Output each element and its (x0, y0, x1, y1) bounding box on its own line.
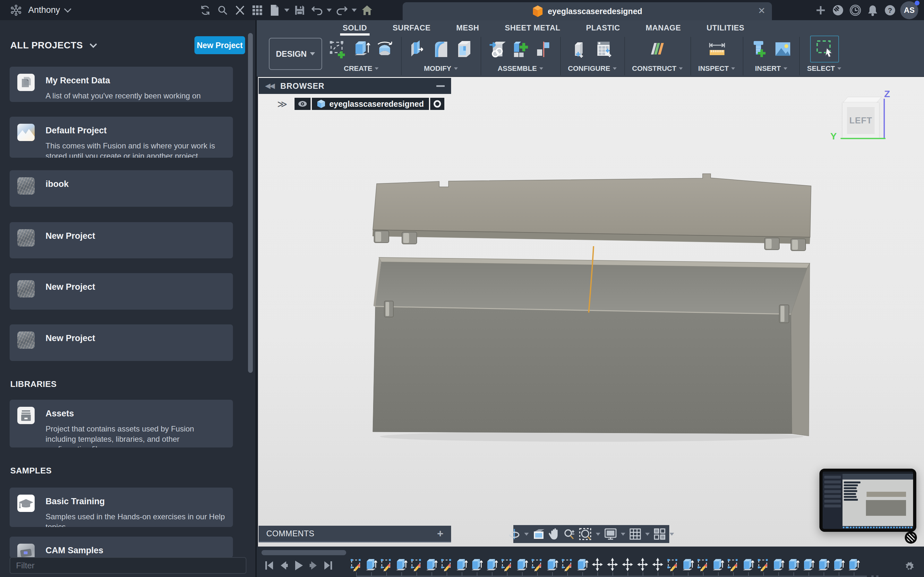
grid-caret-icon[interactable] (645, 533, 650, 536)
group-configure-label[interactable]: CONFIGURE (568, 64, 610, 73)
timeline-feature-extrude[interactable] (712, 558, 724, 572)
document-tab[interactable]: eyeglasscaseredesigned ✕ (403, 2, 772, 20)
library-card-assets[interactable]: Assets Project that contains assets used… (10, 400, 233, 448)
project-card-default-project[interactable]: Default Project This comes with Fusion a… (10, 117, 233, 158)
align-icon[interactable] (535, 40, 553, 58)
add-comment-icon[interactable]: + (437, 527, 443, 540)
filter-input[interactable] (10, 557, 246, 574)
project-card-new-project-1[interactable]: New Project (10, 222, 233, 258)
timeline-feature-extrude[interactable] (546, 558, 559, 572)
go-to-start-icon[interactable] (264, 559, 275, 572)
select-caret-icon[interactable] (837, 67, 841, 70)
timeline-feature-move[interactable] (651, 558, 664, 572)
timeline-feature-sketch[interactable] (380, 558, 393, 572)
measure-icon[interactable] (708, 40, 726, 58)
new-project-button[interactable]: New Project (194, 36, 245, 54)
joint-icon[interactable] (511, 40, 530, 58)
timeline-feature-sketch[interactable] (666, 558, 679, 572)
sample-card-basic-training[interactable]: Basic Training Samples used in the Hands… (10, 488, 233, 527)
tab-close-icon[interactable]: ✕ (757, 7, 766, 16)
tab-surface[interactable]: SURFACE (390, 20, 433, 35)
timeline-feature-extrude[interactable] (395, 558, 408, 572)
sidebar-scrollbar[interactable] (248, 33, 253, 373)
avatar[interactable]: AS (900, 1, 918, 19)
timeline-feature-sketch[interactable] (757, 558, 770, 572)
timeline-feature-extrude[interactable] (817, 558, 830, 572)
grid-icon[interactable] (629, 528, 642, 540)
history-clock-icon[interactable] (848, 3, 863, 17)
help-icon[interactable]: ? (883, 3, 897, 17)
visibility-toggle[interactable] (294, 98, 310, 110)
file-menu-icon[interactable] (268, 3, 282, 17)
close-document-icon[interactable] (233, 3, 247, 17)
timeline-feature-sketch[interactable] (440, 558, 453, 572)
timeline-feature-extrude[interactable] (576, 558, 589, 572)
assemble-caret-icon[interactable] (540, 67, 543, 70)
tab-solid[interactable]: SOLID (340, 20, 370, 35)
viewports-caret-icon[interactable] (670, 533, 674, 536)
zoom-icon[interactable] (563, 528, 576, 540)
play-icon[interactable] (293, 559, 304, 572)
browser-panel-header[interactable]: ◀◀ BROWSER (258, 78, 451, 94)
go-to-end-icon[interactable] (323, 559, 334, 572)
display-caret-icon[interactable] (621, 533, 625, 536)
timeline-feature-extrude[interactable] (515, 558, 528, 572)
timeline-feature-move[interactable] (621, 558, 634, 572)
group-assemble-label[interactable]: ASSEMBLE (498, 64, 537, 73)
collapse-panel-icon[interactable]: ◀◀ (265, 82, 274, 90)
timeline-feature-move[interactable] (591, 558, 604, 572)
project-card-new-project-3[interactable]: New Project (10, 324, 233, 361)
browser-root-row[interactable]: ≫ eyeglasscaseredesigned (277, 97, 445, 111)
timeline-feature-move[interactable] (636, 558, 649, 572)
create-caret-icon[interactable] (375, 67, 379, 70)
step-back-icon[interactable] (278, 559, 289, 572)
timeline-feature-sketch[interactable] (350, 558, 363, 572)
timeline-feature-sketch[interactable] (410, 558, 423, 572)
sample-card-cam-samples[interactable]: CAM Samples (10, 537, 233, 558)
undo-icon[interactable] (310, 3, 324, 17)
timeline-feature-extrude[interactable] (772, 558, 785, 572)
group-construct-label[interactable]: CONSTRUCT (632, 64, 676, 73)
timeline-feature-sketch[interactable] (501, 558, 513, 572)
search-icon[interactable] (216, 3, 230, 17)
workspace-selector-button[interactable]: DESIGN (269, 38, 322, 70)
timeline-settings-gear-icon[interactable] (903, 561, 916, 575)
construction-plane-icon[interactable] (648, 40, 667, 58)
browser-root-item[interactable]: eyeglasscaseredesigned (312, 98, 429, 110)
username[interactable]: Anthony (28, 5, 60, 15)
viewports-icon[interactable] (653, 528, 666, 540)
fillet-icon[interactable] (432, 40, 451, 58)
timeline-feature-extrude[interactable] (485, 558, 498, 572)
shell-icon[interactable] (455, 40, 473, 58)
insert-derive-icon[interactable] (488, 40, 507, 58)
group-select-label[interactable]: SELECT (807, 64, 835, 73)
timeline-feature-extrude[interactable] (742, 558, 754, 572)
insert-image-icon[interactable] (774, 40, 792, 58)
view-cube-top-face[interactable] (843, 97, 882, 103)
timeline-feature-extrude[interactable] (847, 558, 860, 572)
timeline-scrollbar[interactable] (262, 550, 346, 555)
redo-caret-icon[interactable] (352, 9, 357, 12)
view-cube[interactable]: Z LEFT Y (834, 90, 904, 154)
save-icon[interactable] (292, 3, 307, 17)
extensions-icon[interactable] (831, 3, 845, 17)
construct-caret-icon[interactable] (679, 67, 683, 70)
group-insert-label[interactable]: INSERT (755, 64, 781, 73)
look-at-icon[interactable] (532, 528, 545, 540)
home-icon[interactable] (360, 3, 374, 17)
activate-component-radio[interactable] (430, 98, 444, 110)
app-grid-icon[interactable] (250, 3, 264, 17)
pan-icon[interactable] (548, 528, 560, 540)
screen-share-preview[interactable] (819, 469, 916, 532)
comments-bar[interactable]: COMMENTS + (258, 526, 451, 542)
create-sketch-icon[interactable] (329, 40, 348, 58)
insert-caret-icon[interactable] (783, 67, 787, 70)
timeline-feature-sketch[interactable] (696, 558, 709, 572)
user-menu-chevron-icon[interactable] (64, 5, 71, 13)
file-menu-caret-icon[interactable] (284, 9, 289, 12)
minimize-panel-icon[interactable] (436, 85, 445, 87)
project-card-my-recent-data[interactable]: My Recent Data A list of what you've rec… (10, 67, 233, 102)
timeline-feature-extrude[interactable] (365, 558, 378, 572)
configure-icon[interactable] (572, 40, 590, 58)
tab-sheet-metal[interactable]: SHEET METAL (502, 20, 563, 35)
